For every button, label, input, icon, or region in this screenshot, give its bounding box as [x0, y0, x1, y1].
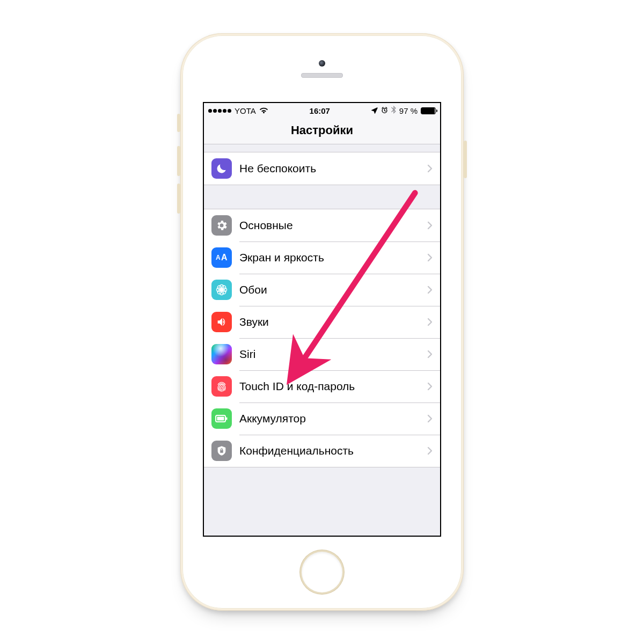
clock: 16:07 [310, 106, 330, 115]
row-wallpaper[interactable]: Обои [204, 274, 440, 306]
chevron-right-icon [427, 382, 433, 391]
row-label: Аккумулятор [239, 412, 427, 425]
front-camera [319, 60, 325, 67]
volume-up-button [177, 146, 180, 176]
phone-device-frame: YOTA 16:07 97 % [180, 33, 464, 611]
chevron-right-icon [427, 253, 433, 262]
svg-point-4 [217, 288, 221, 292]
page-title: Настройки [204, 118, 440, 144]
svg-point-6 [217, 286, 221, 289]
row-label: Не беспокоить [239, 162, 427, 175]
wallpaper-icon [211, 280, 232, 300]
svg-point-2 [220, 285, 224, 289]
wifi-icon [259, 106, 268, 115]
battery-percent: 97 % [399, 106, 418, 115]
svg-point-7 [222, 286, 226, 289]
screen: YOTA 16:07 97 % [203, 102, 441, 537]
row-display-brightness[interactable]: AA Экран и яркость [204, 241, 440, 274]
row-battery[interactable]: Аккумулятор [204, 402, 440, 435]
svg-point-8 [217, 290, 221, 294]
row-label: Touch ID и код-пароль [239, 380, 427, 393]
earpiece-speaker [301, 73, 343, 78]
chevron-right-icon [427, 447, 433, 455]
siri-icon [211, 344, 232, 364]
gear-icon [211, 215, 232, 236]
svg-rect-11 [217, 417, 224, 421]
power-button [464, 141, 467, 178]
settings-group: Не беспокоить [204, 152, 440, 185]
row-privacy[interactable]: Конфиденциальность [204, 435, 440, 467]
home-button[interactable] [302, 552, 342, 592]
row-general[interactable]: Основные [204, 209, 440, 241]
mute-switch [177, 114, 180, 132]
svg-rect-12 [226, 418, 228, 420]
settings-list[interactable]: Не беспокоить Основные [204, 144, 440, 536]
bluetooth-icon [391, 106, 396, 115]
volume-down-button [177, 184, 180, 214]
settings-group: Основные AA Экран и яркость [204, 209, 440, 467]
privacy-icon [211, 441, 232, 461]
row-siri[interactable]: Siri [204, 338, 440, 370]
row-label: Конфиденциальность [239, 444, 427, 457]
svg-point-5 [223, 288, 227, 292]
row-label: Звуки [239, 316, 427, 328]
row-label: Siri [239, 348, 427, 361]
signal-strength-icon [208, 109, 231, 113]
chevron-right-icon [427, 318, 433, 326]
svg-point-9 [222, 290, 226, 294]
status-bar: YOTA 16:07 97 % [204, 103, 440, 118]
row-label: Обои [239, 283, 427, 296]
battery-icon [211, 408, 232, 429]
location-icon [371, 106, 378, 115]
svg-point-3 [220, 291, 224, 295]
sounds-icon [211, 312, 232, 332]
chevron-right-icon [427, 286, 433, 294]
chevron-right-icon [427, 350, 433, 358]
carrier-name: YOTA [235, 106, 256, 115]
alarm-icon [381, 106, 388, 115]
row-label: Экран и яркость [239, 251, 427, 264]
row-do-not-disturb[interactable]: Не беспокоить [204, 152, 440, 185]
chevron-right-icon [427, 221, 433, 230]
battery-icon [421, 107, 436, 114]
row-touch-id-passcode[interactable]: Touch ID и код-пароль [204, 370, 440, 402]
chevron-right-icon [427, 164, 433, 173]
display-icon: AA [211, 247, 232, 268]
row-sounds[interactable]: Звуки [204, 306, 440, 338]
moon-icon [211, 158, 232, 179]
fingerprint-icon [211, 376, 232, 397]
chevron-right-icon [427, 414, 433, 423]
row-label: Основные [239, 219, 427, 232]
